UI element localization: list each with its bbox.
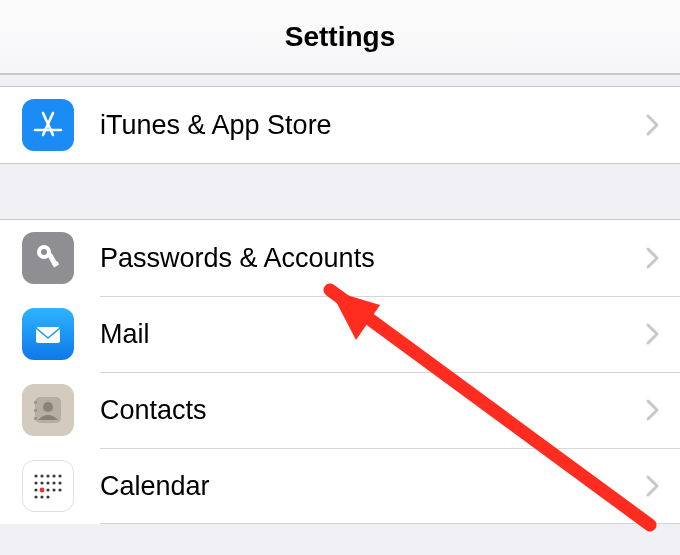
row-itunes-appstore[interactable]: iTunes & App Store: [0, 87, 680, 163]
svg-point-26: [46, 495, 49, 498]
nav-header: Settings: [0, 0, 680, 74]
svg-rect-8: [34, 409, 37, 412]
svg-point-19: [58, 481, 61, 484]
svg-point-27: [40, 488, 45, 493]
svg-point-17: [46, 481, 49, 484]
svg-point-24: [34, 495, 37, 498]
svg-point-14: [58, 474, 61, 477]
mail-icon: [22, 308, 74, 360]
page-title: Settings: [285, 21, 395, 53]
svg-rect-4: [36, 327, 60, 343]
svg-point-22: [52, 488, 55, 491]
chevron-right-icon: [646, 323, 660, 345]
chevron-right-icon: [646, 399, 660, 421]
svg-rect-7: [34, 401, 37, 404]
chevron-right-icon: [646, 247, 660, 269]
svg-point-10: [34, 474, 37, 477]
svg-point-1: [41, 249, 47, 255]
svg-point-21: [46, 488, 49, 491]
svg-point-23: [58, 488, 61, 491]
appstore-icon: [22, 99, 74, 151]
row-passwords-accounts[interactable]: Passwords & Accounts: [0, 220, 680, 296]
svg-point-6: [43, 402, 53, 412]
settings-group-2: Passwords & Accounts Mail: [0, 219, 680, 524]
contacts-icon: [22, 384, 74, 436]
chevron-right-icon: [646, 114, 660, 136]
settings-group-1: iTunes & App Store: [0, 86, 680, 163]
row-mail[interactable]: Mail: [0, 296, 680, 372]
row-label: Contacts: [100, 395, 646, 426]
group-separator: [0, 163, 680, 219]
key-icon: [22, 232, 74, 284]
row-label: Passwords & Accounts: [100, 243, 646, 274]
chevron-right-icon: [646, 475, 660, 497]
svg-point-16: [40, 481, 43, 484]
calendar-icon: [22, 460, 74, 512]
svg-rect-9: [34, 417, 37, 420]
row-label: Calendar: [100, 471, 646, 502]
svg-point-20: [34, 488, 37, 491]
row-label: iTunes & App Store: [100, 110, 646, 141]
row-calendar[interactable]: Calendar: [0, 448, 680, 524]
row-label: Mail: [100, 319, 646, 350]
svg-point-18: [52, 481, 55, 484]
svg-point-12: [46, 474, 49, 477]
group-separator: [0, 74, 680, 86]
svg-point-11: [40, 474, 43, 477]
svg-point-15: [34, 481, 37, 484]
row-contacts[interactable]: Contacts: [0, 372, 680, 448]
svg-point-13: [52, 474, 55, 477]
svg-point-25: [40, 495, 43, 498]
